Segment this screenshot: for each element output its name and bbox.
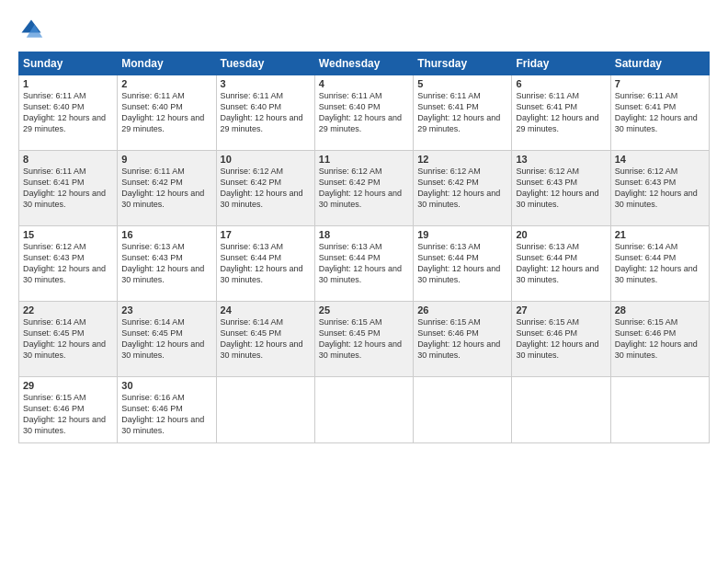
day-info: Sunrise: 6:11 AMSunset: 6:40 PMDaylight:… — [121, 90, 211, 135]
day-number: 13 — [516, 154, 606, 165]
day-info: Sunrise: 6:12 AMSunset: 6:42 PMDaylight:… — [221, 166, 311, 211]
day-info: Sunrise: 6:15 AMSunset: 6:45 PMDaylight:… — [319, 316, 409, 362]
day-number: 17 — [221, 229, 311, 240]
page: SundayMondayTuesdayWednesdayThursdayFrid… — [0, 0, 728, 563]
day-cell: 21Sunrise: 6:14 AMSunset: 6:44 PMDayligh… — [610, 226, 709, 302]
day-info: Sunrise: 6:12 AMSunset: 6:43 PMDaylight:… — [23, 241, 113, 286]
day-number: 1 — [23, 78, 113, 89]
week-row-1: 1Sunrise: 6:11 AMSunset: 6:40 PMDaylight… — [19, 75, 710, 151]
day-info: Sunrise: 6:16 AMSunset: 6:46 PMDaylight:… — [121, 392, 211, 437]
day-info: Sunrise: 6:11 AMSunset: 6:41 PMDaylight:… — [615, 90, 705, 135]
day-number: 6 — [516, 78, 606, 89]
day-cell: 30Sunrise: 6:16 AMSunset: 6:46 PMDayligh… — [118, 377, 216, 443]
logo — [18, 17, 48, 42]
day-number: 22 — [23, 304, 113, 316]
day-number: 11 — [319, 154, 409, 165]
day-cell: 27Sunrise: 6:15 AMSunset: 6:46 PMDayligh… — [512, 302, 610, 377]
day-cell: 18Sunrise: 6:13 AMSunset: 6:44 PMDayligh… — [314, 226, 413, 302]
day-info: Sunrise: 6:13 AMSunset: 6:44 PMDaylight:… — [516, 241, 606, 286]
day-info: Sunrise: 6:14 AMSunset: 6:44 PMDaylight:… — [615, 241, 705, 286]
logo-icon — [18, 17, 44, 42]
day-cell: 11Sunrise: 6:12 AMSunset: 6:42 PMDayligh… — [314, 151, 413, 226]
day-number: 24 — [221, 304, 311, 316]
col-header-tuesday: Tuesday — [216, 52, 314, 75]
day-number: 5 — [417, 78, 507, 89]
day-number: 26 — [417, 304, 507, 316]
day-cell: 19Sunrise: 6:13 AMSunset: 6:44 PMDayligh… — [414, 226, 512, 302]
day-info: Sunrise: 6:14 AMSunset: 6:45 PMDaylight:… — [23, 316, 113, 362]
day-cell: 15Sunrise: 6:12 AMSunset: 6:43 PMDayligh… — [19, 226, 118, 302]
day-cell: 2Sunrise: 6:11 AMSunset: 6:40 PMDaylight… — [118, 75, 216, 151]
day-number: 16 — [121, 229, 211, 240]
day-info: Sunrise: 6:15 AMSunset: 6:46 PMDaylight:… — [615, 316, 705, 362]
day-info: Sunrise: 6:11 AMSunset: 6:41 PMDaylight:… — [516, 90, 606, 135]
day-number: 3 — [221, 78, 311, 89]
day-cell: 3Sunrise: 6:11 AMSunset: 6:40 PMDaylight… — [216, 75, 314, 151]
day-cell: 12Sunrise: 6:12 AMSunset: 6:42 PMDayligh… — [414, 151, 512, 226]
day-info: Sunrise: 6:11 AMSunset: 6:41 PMDaylight:… — [23, 166, 113, 211]
day-cell: 9Sunrise: 6:11 AMSunset: 6:42 PMDaylight… — [118, 151, 216, 226]
day-info: Sunrise: 6:15 AMSunset: 6:46 PMDaylight:… — [417, 316, 507, 362]
day-cell: 29Sunrise: 6:15 AMSunset: 6:46 PMDayligh… — [19, 377, 118, 443]
day-number: 7 — [615, 78, 705, 89]
day-cell: 6Sunrise: 6:11 AMSunset: 6:41 PMDaylight… — [512, 75, 610, 151]
day-number: 21 — [615, 229, 705, 240]
day-info: Sunrise: 6:12 AMSunset: 6:42 PMDaylight:… — [319, 166, 409, 211]
day-number: 2 — [121, 78, 211, 89]
day-info: Sunrise: 6:13 AMSunset: 6:44 PMDaylight:… — [417, 241, 507, 286]
day-cell: 13Sunrise: 6:12 AMSunset: 6:43 PMDayligh… — [512, 151, 610, 226]
day-info: Sunrise: 6:12 AMSunset: 6:43 PMDaylight:… — [615, 166, 705, 211]
day-cell: 16Sunrise: 6:13 AMSunset: 6:43 PMDayligh… — [118, 226, 216, 302]
week-row-5: 29Sunrise: 6:15 AMSunset: 6:46 PMDayligh… — [19, 377, 710, 443]
day-info: Sunrise: 6:15 AMSunset: 6:46 PMDaylight:… — [23, 392, 113, 437]
day-number: 28 — [615, 304, 705, 316]
day-number: 30 — [121, 380, 211, 391]
col-header-sunday: Sunday — [19, 52, 118, 75]
header — [18, 17, 710, 42]
day-cell: 23Sunrise: 6:14 AMSunset: 6:45 PMDayligh… — [118, 302, 216, 377]
day-number: 29 — [23, 380, 113, 391]
day-info: Sunrise: 6:11 AMSunset: 6:40 PMDaylight:… — [319, 90, 409, 135]
week-row-3: 15Sunrise: 6:12 AMSunset: 6:43 PMDayligh… — [19, 226, 710, 302]
day-cell: 26Sunrise: 6:15 AMSunset: 6:46 PMDayligh… — [414, 302, 512, 377]
day-number: 19 — [417, 229, 507, 240]
day-cell: 1Sunrise: 6:11 AMSunset: 6:40 PMDaylight… — [19, 75, 118, 151]
day-info: Sunrise: 6:13 AMSunset: 6:44 PMDaylight:… — [319, 241, 409, 286]
day-cell: 22Sunrise: 6:14 AMSunset: 6:45 PMDayligh… — [19, 302, 118, 377]
week-row-4: 22Sunrise: 6:14 AMSunset: 6:45 PMDayligh… — [19, 302, 710, 377]
day-info: Sunrise: 6:12 AMSunset: 6:43 PMDaylight:… — [516, 166, 606, 211]
day-cell: 4Sunrise: 6:11 AMSunset: 6:40 PMDaylight… — [314, 75, 413, 151]
col-header-wednesday: Wednesday — [314, 52, 413, 75]
day-number: 25 — [319, 304, 409, 316]
day-cell: 17Sunrise: 6:13 AMSunset: 6:44 PMDayligh… — [216, 226, 314, 302]
day-cell: 28Sunrise: 6:15 AMSunset: 6:46 PMDayligh… — [610, 302, 709, 377]
day-cell — [414, 377, 512, 443]
day-cell — [216, 377, 314, 443]
day-number: 23 — [121, 304, 211, 316]
day-cell — [314, 377, 413, 443]
day-info: Sunrise: 6:14 AMSunset: 6:45 PMDaylight:… — [121, 316, 211, 362]
day-info: Sunrise: 6:11 AMSunset: 6:40 PMDaylight:… — [221, 90, 311, 135]
day-cell: 24Sunrise: 6:14 AMSunset: 6:45 PMDayligh… — [216, 302, 314, 377]
day-number: 18 — [319, 229, 409, 240]
day-cell: 5Sunrise: 6:11 AMSunset: 6:41 PMDaylight… — [414, 75, 512, 151]
day-number: 4 — [319, 78, 409, 89]
day-number: 9 — [121, 154, 211, 165]
day-number: 20 — [516, 229, 606, 240]
day-cell: 14Sunrise: 6:12 AMSunset: 6:43 PMDayligh… — [610, 151, 709, 226]
day-number: 8 — [23, 154, 113, 165]
day-info: Sunrise: 6:11 AMSunset: 6:40 PMDaylight:… — [23, 90, 113, 135]
day-cell: 25Sunrise: 6:15 AMSunset: 6:45 PMDayligh… — [314, 302, 413, 377]
day-info: Sunrise: 6:12 AMSunset: 6:42 PMDaylight:… — [417, 166, 507, 211]
calendar-header-row: SundayMondayTuesdayWednesdayThursdayFrid… — [19, 52, 710, 75]
day-info: Sunrise: 6:13 AMSunset: 6:44 PMDaylight:… — [221, 241, 311, 286]
day-cell: 20Sunrise: 6:13 AMSunset: 6:44 PMDayligh… — [512, 226, 610, 302]
day-number: 12 — [417, 154, 507, 165]
day-info: Sunrise: 6:11 AMSunset: 6:42 PMDaylight:… — [121, 166, 211, 211]
day-number: 14 — [615, 154, 705, 165]
week-row-2: 8Sunrise: 6:11 AMSunset: 6:41 PMDaylight… — [19, 151, 710, 226]
day-cell: 10Sunrise: 6:12 AMSunset: 6:42 PMDayligh… — [216, 151, 314, 226]
day-cell — [610, 377, 709, 443]
day-number: 10 — [221, 154, 311, 165]
day-number: 15 — [23, 229, 113, 240]
